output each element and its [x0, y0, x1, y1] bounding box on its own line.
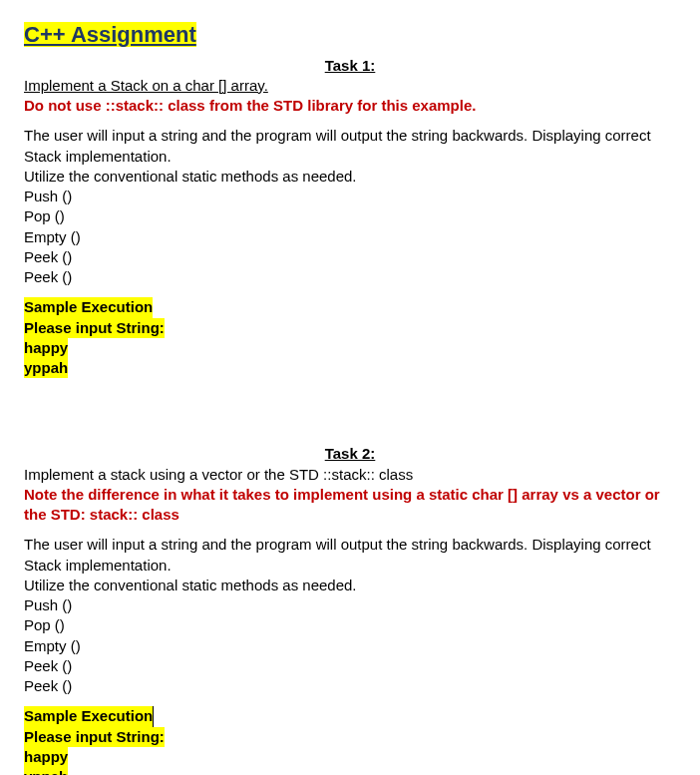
task1-warning: Do not use ::stack:: class from the STD …	[24, 96, 676, 116]
task2-method: Pop ()	[24, 615, 676, 635]
task1-intro-line: Implement a Stack on a char [] array.	[24, 76, 676, 96]
task1-sample-label: Sample Execution	[24, 297, 153, 317]
task1-method-list: Push () Pop () Empty () Peek () Peek ()	[24, 187, 676, 287]
task1-method: Peek ()	[24, 267, 676, 287]
task2-desc1: The user will input a string and the pro…	[24, 535, 676, 576]
task1-method: Push ()	[24, 187, 676, 206]
title-text: C++ Assignment	[24, 22, 196, 47]
task1-sample-output: yppah	[24, 358, 68, 378]
task2-method: Empty ()	[24, 636, 676, 656]
task1-sample: Sample Execution Please input String: ha…	[24, 297, 676, 378]
task1-sample-input: happy	[24, 338, 68, 358]
task2-desc2: Utilize the conventional static methods …	[24, 576, 676, 595]
task1-desc1: The user will input a string and the pro…	[24, 126, 676, 167]
task1-method: Empty ()	[24, 227, 676, 247]
page-title: C++ Assignment	[24, 20, 676, 50]
task1-sample-prompt: Please input String:	[24, 318, 165, 338]
task2-intro-line: Implement a stack using a vector or the …	[24, 465, 676, 485]
task2-method: Push ()	[24, 595, 676, 615]
task2-sample-output: yppah	[24, 767, 68, 775]
task2-sample-input: happy	[24, 747, 68, 767]
task1-method: Peek ()	[24, 247, 676, 267]
task1-method: Pop ()	[24, 206, 676, 226]
task1-heading: Task 1:	[24, 56, 676, 76]
spacer	[24, 378, 676, 438]
task2-note: Note the difference in what it takes to …	[24, 485, 676, 526]
task2-method-list: Push () Pop () Empty () Peek () Peek ()	[24, 595, 676, 696]
task2-method: Peek ()	[24, 656, 676, 676]
task2-sample-prompt: Please input String:	[24, 727, 165, 747]
task2-method: Peek ()	[24, 676, 676, 696]
task2-heading: Task 2:	[24, 444, 676, 464]
task2-sample-label: Sample Execution	[24, 706, 154, 726]
task2-sample: Sample Execution Please input String: ha…	[24, 706, 676, 775]
task1-desc2: Utilize the conventional static methods …	[24, 167, 676, 187]
